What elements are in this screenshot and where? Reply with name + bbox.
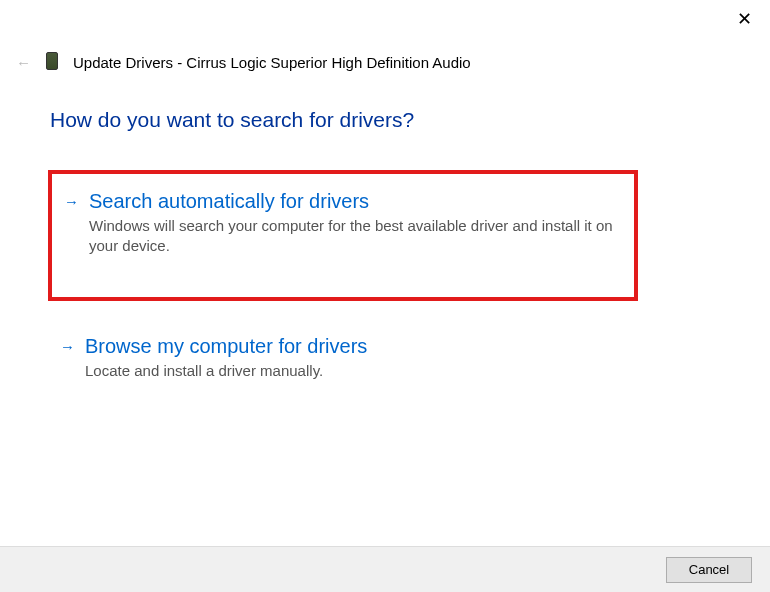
option-description: Windows will search your computer for th…: [89, 216, 616, 257]
cancel-button[interactable]: Cancel: [666, 557, 752, 583]
option-title: Browse my computer for drivers: [85, 333, 620, 359]
option-text: Search automatically for drivers Windows…: [89, 188, 616, 257]
options-container: → Search automatically for drivers Windo…: [0, 132, 770, 403]
dialog-footer: Cancel: [0, 546, 770, 592]
dialog-header: ← Update Drivers - Cirrus Logic Superior…: [0, 0, 770, 72]
dialog-title: Update Drivers - Cirrus Logic Superior H…: [73, 54, 471, 71]
device-icon: [45, 52, 59, 72]
back-arrow-icon[interactable]: ←: [16, 54, 31, 71]
arrow-right-icon: →: [64, 193, 79, 210]
option-text: Browse my computer for drivers Locate an…: [85, 333, 620, 381]
option-browse-computer[interactable]: → Browse my computer for drivers Locate …: [48, 319, 638, 403]
option-search-automatically[interactable]: → Search automatically for drivers Windo…: [48, 170, 638, 301]
option-title: Search automatically for drivers: [89, 188, 616, 214]
arrow-right-icon: →: [60, 338, 75, 355]
close-icon[interactable]: ✕: [737, 10, 752, 28]
option-description: Locate and install a driver manually.: [85, 361, 620, 381]
question-heading: How do you want to search for drivers?: [0, 72, 770, 132]
